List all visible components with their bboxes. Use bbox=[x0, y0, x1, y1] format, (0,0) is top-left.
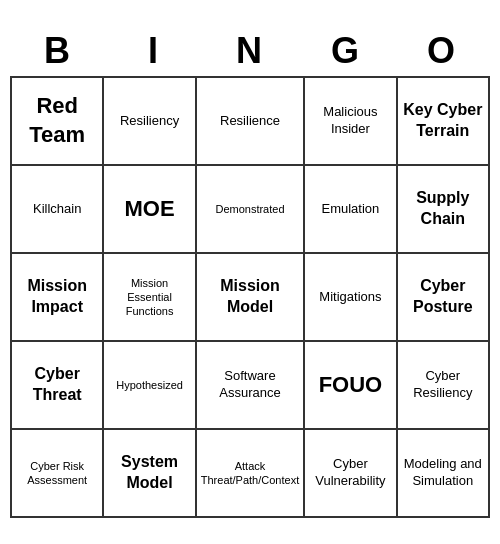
bingo-cell-8[interactable]: Emulation bbox=[305, 166, 397, 254]
bingo-cell-20[interactable]: Cyber Risk Assessment bbox=[12, 430, 104, 518]
cell-text-16: Hypothesized bbox=[116, 378, 183, 392]
header-letter-g: G bbox=[298, 26, 394, 76]
bingo-cell-17[interactable]: Software Assurance bbox=[197, 342, 305, 430]
bingo-cell-0[interactable]: Red Team bbox=[12, 78, 104, 166]
cell-text-2: Resilience bbox=[220, 113, 280, 130]
bingo-cell-3[interactable]: Malicious Insider bbox=[305, 78, 397, 166]
header-letter-i: I bbox=[106, 26, 202, 76]
bingo-cell-7[interactable]: Demonstrated bbox=[197, 166, 305, 254]
bingo-cell-11[interactable]: Mission Essential Functions bbox=[104, 254, 196, 342]
cell-text-9: Supply Chain bbox=[402, 188, 484, 230]
bingo-cell-24[interactable]: Modeling and Simulation bbox=[398, 430, 490, 518]
cell-text-6: MOE bbox=[125, 195, 175, 224]
bingo-cell-6[interactable]: MOE bbox=[104, 166, 196, 254]
cell-text-1: Resiliency bbox=[120, 113, 179, 130]
bingo-cell-14[interactable]: Cyber Posture bbox=[398, 254, 490, 342]
cell-text-3: Malicious Insider bbox=[309, 104, 391, 138]
bingo-cell-13[interactable]: Mitigations bbox=[305, 254, 397, 342]
bingo-grid: Red TeamResiliencyResilienceMalicious In… bbox=[10, 76, 490, 518]
cell-text-15: Cyber Threat bbox=[16, 364, 98, 406]
bingo-cell-1[interactable]: Resiliency bbox=[104, 78, 196, 166]
bingo-cell-4[interactable]: Key Cyber Terrain bbox=[398, 78, 490, 166]
cell-text-4: Key Cyber Terrain bbox=[402, 100, 484, 142]
bingo-cell-10[interactable]: Mission Impact bbox=[12, 254, 104, 342]
bingo-header: BINGO bbox=[10, 26, 490, 76]
cell-text-13: Mitigations bbox=[319, 289, 381, 306]
cell-text-7: Demonstrated bbox=[215, 202, 284, 216]
cell-text-11: Mission Essential Functions bbox=[108, 276, 190, 319]
bingo-cell-18[interactable]: FOUO bbox=[305, 342, 397, 430]
bingo-cell-16[interactable]: Hypothesized bbox=[104, 342, 196, 430]
cell-text-21: System Model bbox=[108, 452, 190, 494]
bingo-cell-22[interactable]: Attack Threat/Path/Context bbox=[197, 430, 305, 518]
cell-text-19: Cyber Resiliency bbox=[402, 368, 484, 402]
cell-text-12: Mission Model bbox=[201, 276, 299, 318]
bingo-cell-23[interactable]: Cyber Vulnerability bbox=[305, 430, 397, 518]
cell-text-5: Killchain bbox=[33, 201, 81, 218]
cell-text-17: Software Assurance bbox=[201, 368, 299, 402]
bingo-cell-5[interactable]: Killchain bbox=[12, 166, 104, 254]
header-letter-b: B bbox=[10, 26, 106, 76]
cell-text-8: Emulation bbox=[322, 201, 380, 218]
bingo-cell-15[interactable]: Cyber Threat bbox=[12, 342, 104, 430]
header-letter-o: O bbox=[394, 26, 490, 76]
cell-text-23: Cyber Vulnerability bbox=[309, 456, 391, 490]
cell-text-14: Cyber Posture bbox=[402, 276, 484, 318]
cell-text-10: Mission Impact bbox=[16, 276, 98, 318]
bingo-cell-2[interactable]: Resilience bbox=[197, 78, 305, 166]
bingo-cell-12[interactable]: Mission Model bbox=[197, 254, 305, 342]
header-letter-n: N bbox=[202, 26, 298, 76]
bingo-cell-9[interactable]: Supply Chain bbox=[398, 166, 490, 254]
cell-text-22: Attack Threat/Path/Context bbox=[201, 459, 299, 488]
bingo-cell-21[interactable]: System Model bbox=[104, 430, 196, 518]
cell-text-24: Modeling and Simulation bbox=[402, 456, 484, 490]
cell-text-20: Cyber Risk Assessment bbox=[16, 459, 98, 488]
bingo-card: BINGO Red TeamResiliencyResilienceMalici… bbox=[10, 26, 490, 518]
cell-text-18: FOUO bbox=[319, 371, 383, 400]
bingo-cell-19[interactable]: Cyber Resiliency bbox=[398, 342, 490, 430]
cell-text-0: Red Team bbox=[16, 92, 98, 149]
